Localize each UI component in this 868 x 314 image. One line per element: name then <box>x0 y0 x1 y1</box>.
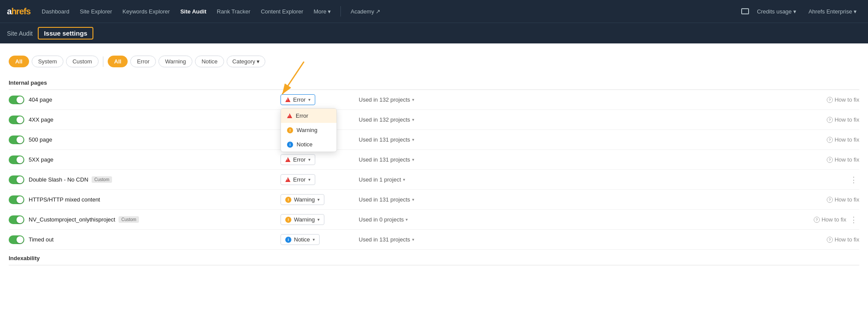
usage-caret-https[interactable]: ▾ <box>412 197 414 202</box>
toggle-404[interactable] <box>9 96 24 104</box>
how-to-fix-500[interactable]: How to fix <box>835 136 859 143</box>
help-icon-timedout: ? <box>827 237 833 243</box>
issue-row-timedout: Timed out i Notice ▾ Used in 131 project… <box>9 230 859 250</box>
dropdown-item-notice[interactable]: i Notice <box>281 137 337 152</box>
issue-name-500: 500 page <box>29 136 281 143</box>
monitor-icon <box>741 8 749 14</box>
usage-500: Used in 131 projects ▾ <box>359 136 480 143</box>
custom-badge-doubleslash: Custom <box>92 176 112 183</box>
chevron-nvcustom: ▾ <box>317 217 320 222</box>
severity-dropdown-5xx[interactable]: ! Error ▾ <box>281 154 315 165</box>
subnav-title: Site Audit <box>7 30 33 37</box>
issue-row-404: 404 page ! Error ▾ ! Error ! <box>9 90 859 110</box>
severity-dropdown-https[interactable]: ! Warning ▾ <box>281 194 324 205</box>
nav-more[interactable]: More ▾ <box>309 6 335 17</box>
usage-nvcustom: Used in 0 projects ▾ <box>359 216 480 223</box>
filter-category-label: Category ▾ <box>232 58 260 65</box>
issue-name-5xx: 5XX page <box>29 156 281 163</box>
help-icon-https: ? <box>827 197 833 203</box>
filter-severity-warning[interactable]: Warning <box>158 56 192 67</box>
filter-severity-error[interactable]: Error <box>130 56 156 67</box>
chevron-timedout: ▾ <box>313 237 315 242</box>
dropdown-item-error[interactable]: ! Error <box>281 109 337 123</box>
severity-cell-https[interactable]: ! Warning ▾ <box>281 194 359 205</box>
usage-caret-4xx[interactable]: ▾ <box>412 117 414 122</box>
toggle-4xx[interactable] <box>9 116 24 124</box>
dropdown-item-warning[interactable]: ! Warning <box>281 123 337 137</box>
nav-academy[interactable]: Academy ↗ <box>346 6 385 17</box>
help-icon-4xx: ? <box>827 117 833 123</box>
fix-cell-4xx: ? How to fix <box>480 116 859 123</box>
error-icon-5xx: ! <box>285 157 290 162</box>
severity-dropdown-404[interactable]: ! Error ▾ <box>281 94 315 105</box>
how-to-fix-404[interactable]: How to fix <box>835 96 859 103</box>
issue-name-doubleslash: Double Slash - No CDN Custom <box>29 176 281 183</box>
severity-cell-404[interactable]: ! Error ▾ ! Error ! Warning i <box>281 94 359 105</box>
severity-dropdown-menu[interactable]: ! Error ! Warning i Notice <box>281 108 337 152</box>
how-to-fix-timedout[interactable]: How to fix <box>835 236 859 243</box>
usage-caret-timedout[interactable]: ▾ <box>412 237 414 242</box>
how-to-fix-5xx[interactable]: How to fix <box>835 156 859 163</box>
nav-right: Credits usage ▾ Ahrefs Enterprise ▾ <box>741 6 861 17</box>
severity-cell-doubleslash[interactable]: ! Error ▾ <box>281 174 359 185</box>
how-to-fix-nvcustom[interactable]: How to fix <box>822 216 846 223</box>
filter-type-all[interactable]: All <box>9 56 29 67</box>
notice-icon-timedout: i <box>285 237 291 243</box>
toggle-5xx[interactable] <box>9 155 24 164</box>
help-icon-nvcustom: ? <box>814 217 820 223</box>
error-icon-doubleslash: ! <box>285 177 290 182</box>
error-icon-404: ! <box>285 97 290 102</box>
filter-category[interactable]: Category ▾ <box>227 56 265 67</box>
ahrefs-logo[interactable]: ahrefs <box>7 7 30 17</box>
severity-dropdown-nvcustom[interactable]: ! Warning ▾ <box>281 214 324 225</box>
nav-rank-tracker[interactable]: Rank Tracker <box>212 6 254 17</box>
warning-icon-nvcustom: ! <box>285 217 291 223</box>
usage-caret-404[interactable]: ▾ <box>412 97 414 102</box>
how-to-fix-https[interactable]: How to fix <box>835 196 859 203</box>
issue-row-doubleslash: Double Slash - No CDN Custom ! Error ▾ U… <box>9 170 859 190</box>
nav-dashboard[interactable]: Dashboard <box>37 6 74 17</box>
fix-cell-nvcustom: ? How to fix ⋮ <box>480 215 859 225</box>
nav-site-explorer[interactable]: Site Explorer <box>76 6 116 17</box>
severity-cell-5xx[interactable]: ! Error ▾ <box>281 154 359 165</box>
toggle-nvcustom[interactable] <box>9 215 24 224</box>
filter-bar: All System Custom All Error Warning Noti… <box>9 50 859 74</box>
severity-dropdown-timedout[interactable]: i Notice ▾ <box>281 234 320 245</box>
how-to-fix-4xx[interactable]: How to fix <box>835 116 859 123</box>
toggle-https[interactable] <box>9 195 24 204</box>
severity-dropdown-doubleslash[interactable]: ! Error ▾ <box>281 174 315 185</box>
nav-site-audit[interactable]: Site Audit <box>176 6 211 17</box>
toggle-500[interactable] <box>9 136 24 144</box>
filter-type-system[interactable]: System <box>32 56 63 67</box>
usage-https: Used in 131 projects ▾ <box>359 196 480 203</box>
toggle-doubleslash[interactable] <box>9 175 24 184</box>
subnav-page[interactable]: Issue settings <box>38 27 93 40</box>
credits-usage[interactable]: Credits usage ▾ <box>752 6 801 17</box>
nav-content-explorer[interactable]: Content Explorer <box>257 6 308 17</box>
usage-doubleslash: Used in 1 project ▾ <box>359 176 480 183</box>
error-icon-dropdown: ! <box>287 113 292 118</box>
filter-severity-all[interactable]: All <box>108 56 128 67</box>
issue-row-5xx: 5XX page ! Error ▾ Used in 131 projects … <box>9 150 859 170</box>
fix-cell-5xx: ? How to fix <box>480 156 859 163</box>
filter-severity-notice[interactable]: Notice <box>195 56 224 67</box>
more-options-doubleslash[interactable]: ⋮ <box>848 175 859 185</box>
usage-caret-nvcustom[interactable]: ▾ <box>406 217 408 222</box>
usage-caret-500[interactable]: ▾ <box>412 137 414 142</box>
usage-caret-5xx[interactable]: ▾ <box>412 157 414 162</box>
nav-divider <box>340 6 341 17</box>
severity-cell-timedout[interactable]: i Notice ▾ <box>281 234 359 245</box>
severity-cell-nvcustom[interactable]: ! Warning ▾ <box>281 214 359 225</box>
more-options-nvcustom[interactable]: ⋮ <box>848 215 859 225</box>
chevron-icon-404: ▾ <box>308 97 310 102</box>
nav-keywords-explorer[interactable]: Keywords Explorer <box>118 6 174 17</box>
toggle-timedout[interactable] <box>9 235 24 244</box>
filter-type-custom[interactable]: Custom <box>66 56 99 67</box>
usage-caret-doubleslash[interactable]: ▾ <box>403 177 405 182</box>
sub-navigation: Site Audit Issue settings <box>0 23 868 43</box>
notice-icon-dropdown: i <box>287 142 293 148</box>
fix-cell-timedout: ? How to fix <box>480 236 859 243</box>
account-menu[interactable]: Ahrefs Enterprise ▾ <box>804 6 861 17</box>
issue-name-timedout: Timed out <box>29 236 281 243</box>
issue-name-nvcustom: NV_Customproject_onlythisproject Custom <box>29 216 281 223</box>
